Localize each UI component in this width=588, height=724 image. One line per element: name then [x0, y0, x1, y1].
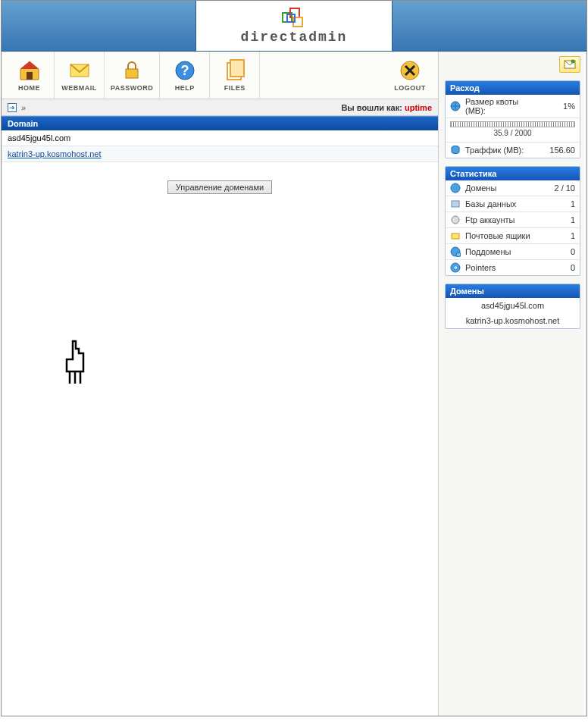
logged-in-user[interactable]: uptime: [405, 103, 432, 112]
logout-label: LOGOUT: [394, 84, 426, 92]
brand-tab: directadmin: [195, 1, 393, 51]
home-icon: [17, 58, 42, 83]
help-icon: ?: [173, 58, 197, 83]
help-button[interactable]: ? HELP: [160, 52, 210, 99]
password-icon: [120, 58, 144, 83]
files-icon: [223, 58, 247, 83]
home-button[interactable]: HOME: [5, 52, 55, 99]
password-label: PASSWORD: [111, 84, 153, 92]
svg-point-23: [451, 183, 460, 193]
stats-panel: Статистика Домены 2 / 10 Базы данных 1 F…: [445, 166, 580, 276]
manage-domains-button[interactable]: Управление доменами: [167, 180, 272, 194]
stats-panel-title: Статистика: [446, 167, 580, 180]
brand-logo-icon: [281, 7, 307, 28]
stat-row-ftp[interactable]: Ftp аккаунты 1: [446, 212, 580, 228]
logout-icon: [398, 58, 422, 83]
logged-in-label: Вы вошли как:: [341, 103, 402, 112]
ftp-icon: [450, 215, 461, 225]
header: directadmin: [2, 1, 586, 52]
svg-rect-26: [452, 233, 459, 239]
svg-rect-12: [230, 60, 244, 77]
domain-row[interactable]: katrin3-up.kosmohost.net: [2, 146, 438, 162]
domain-list-item[interactable]: katrin3-up.kosmohost.net: [446, 313, 580, 328]
breadcrumb-dots: »: [21, 103, 26, 112]
domain-row[interactable]: asd45jgu45l.com: [2, 130, 438, 146]
svg-point-25: [452, 216, 459, 224]
svg-point-20: [571, 60, 575, 64]
files-button[interactable]: FILES: [210, 52, 260, 99]
webmail-button[interactable]: WEBMAIL: [55, 52, 105, 99]
svg-rect-24: [452, 201, 459, 207]
logout-button[interactable]: LOGOUT: [385, 52, 435, 99]
usage-panel-title: Расход: [446, 81, 580, 95]
expand-icon[interactable]: ➔: [8, 103, 17, 112]
cursor-icon: [59, 338, 97, 391]
usage-panel: Расход Размер квоты (MB): 1% 35.9 / 2000…: [445, 80, 580, 158]
svg-rect-6: [27, 72, 33, 80]
pointer-icon: [450, 262, 461, 273]
mailbox-icon: [450, 230, 461, 241]
domain-link[interactable]: katrin3-up.kosmohost.net: [8, 149, 102, 158]
password-button[interactable]: PASSWORD: [105, 52, 160, 99]
files-label: FILES: [224, 84, 246, 92]
stat-row-mailboxes[interactable]: Почтовые ящики 1: [446, 228, 580, 244]
svg-rect-8: [126, 69, 138, 78]
quota-label: Размер квоты (MB):: [465, 97, 540, 115]
webmail-label: WEBMAIL: [61, 84, 97, 92]
svg-point-28: [456, 252, 461, 257]
stat-row-domains[interactable]: Домены 2 / 10: [446, 180, 580, 196]
domain-text: asd45jgu45l.com: [8, 133, 70, 143]
domain-section-header: Domain: [2, 116, 438, 130]
main-toolbar: HOME WEBMAIL PASSWORD ? HELP FILES: [2, 52, 438, 99]
globe-icon: [450, 101, 461, 111]
subdomain-icon: [450, 246, 461, 257]
disk-icon: [450, 145, 461, 155]
help-label: HELP: [175, 84, 195, 92]
webmail-icon: [67, 58, 92, 83]
stat-row-pointers[interactable]: Pointers 0: [446, 260, 580, 275]
message-icon: [564, 59, 576, 70]
breadcrumb-bar: ➔ » Вы вошли как: uptime: [2, 99, 438, 116]
svg-marker-5: [20, 61, 39, 69]
domain-list-item[interactable]: asd45jgu45l.com: [446, 298, 580, 313]
database-icon: [450, 199, 461, 209]
quota-progress-text: 35.9 / 2000: [450, 127, 575, 140]
brand-text: directadmin: [241, 30, 348, 45]
traffic-value: 156.60: [545, 146, 575, 155]
quota-progress-bar: [450, 121, 575, 127]
home-label: HOME: [18, 84, 40, 92]
domains-icon: [450, 183, 461, 193]
domains-panel-title: Домены: [446, 284, 580, 298]
traffic-label: Траффик (MB):: [465, 146, 540, 155]
domains-panel: Домены asd45jgu45l.com katrin3-up.kosmoh…: [445, 284, 580, 329]
quota-percent: 1%: [545, 102, 575, 111]
svg-text:?: ?: [180, 63, 189, 78]
stat-row-subdomains[interactable]: Поддомены 0: [446, 244, 580, 260]
messages-button[interactable]: [559, 56, 580, 73]
stat-row-databases[interactable]: Базы данных 1: [446, 196, 580, 212]
